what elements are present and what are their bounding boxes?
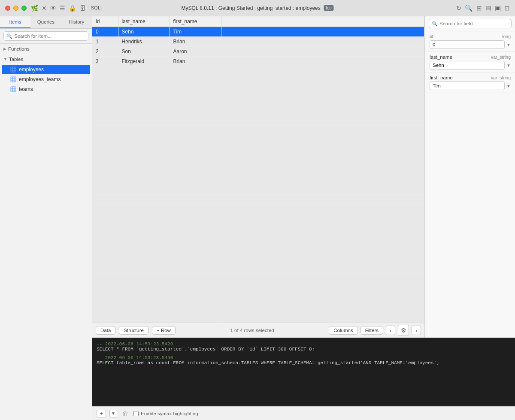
- col-header-id[interactable]: id: [92, 16, 118, 27]
- cell-empty: [221, 76, 424, 86]
- cell-empty: [118, 66, 170, 76]
- cell-id: 2: [92, 47, 118, 57]
- list-icon[interactable]: ☰: [60, 5, 65, 12]
- table-row-empty: [92, 254, 424, 264]
- tables-label: Tables: [9, 57, 23, 62]
- table-row-empty: [92, 224, 424, 234]
- tab-history[interactable]: History: [61, 16, 92, 28]
- table-row-empty: [92, 66, 424, 76]
- add-item-button[interactable]: +: [97, 410, 106, 417]
- table-scroll[interactable]: id last_name first_name 0SehnTim1Hendrik…: [92, 16, 424, 323]
- search-icon[interactable]: 🔍: [465, 4, 473, 12]
- eye-icon[interactable]: 👁: [50, 5, 56, 12]
- minimize-button[interactable]: [13, 6, 18, 11]
- table-row[interactable]: 3FitzgeraldBrian: [92, 57, 424, 66]
- field-value-input[interactable]: [430, 61, 505, 69]
- filters-button[interactable]: Filters: [360, 326, 383, 335]
- log-sql: SELECT * FROM `getting_started`.`employe…: [97, 347, 511, 352]
- tables-section-header[interactable]: ▼ Tables: [0, 54, 92, 64]
- cell-empty: [221, 303, 424, 313]
- delete-button[interactable]: 🗑: [121, 409, 130, 418]
- cell-empty: [92, 234, 118, 244]
- field-chevron-icon[interactable]: ▼: [506, 63, 511, 68]
- tab-queries[interactable]: Queries: [30, 16, 61, 28]
- cell-id: 1: [92, 37, 118, 47]
- structure-button[interactable]: Structure: [119, 326, 148, 335]
- loc-badge: loc: [324, 5, 334, 11]
- chevron-down-button[interactable]: ▼: [109, 410, 117, 417]
- field-search-input[interactable]: [429, 19, 512, 28]
- table-row-empty: [92, 215, 424, 224]
- layout-icon4[interactable]: ⊡: [504, 4, 510, 12]
- cell-id: 0: [92, 27, 118, 37]
- tab-items[interactable]: Items: [0, 16, 30, 28]
- table-row-empty: [92, 264, 424, 274]
- sidebar-item-employees[interactable]: employees: [2, 65, 90, 74]
- sidebar-item-teams[interactable]: teams: [2, 85, 90, 94]
- gear-button[interactable]: ⚙: [398, 325, 409, 336]
- cell-empty: [92, 185, 118, 195]
- cell-empty: [92, 313, 118, 323]
- svg-rect-0: [11, 67, 16, 72]
- sidebar-search-input[interactable]: [3, 31, 88, 41]
- search-icon: 🔍: [6, 33, 12, 39]
- functions-section-header[interactable]: ▶ Functions: [0, 44, 92, 54]
- col-header-first-name[interactable]: first_name: [170, 16, 221, 27]
- cell-empty: [170, 155, 221, 165]
- syntax-checkbox[interactable]: [133, 411, 139, 416]
- cell-empty: [118, 106, 170, 116]
- cell-extra: [221, 47, 424, 57]
- cell-empty: [92, 165, 118, 175]
- field-chevron-icon[interactable]: ▼: [506, 84, 511, 88]
- cell-empty: [92, 175, 118, 185]
- maximize-button[interactable]: [21, 6, 27, 11]
- cell-empty: [221, 86, 424, 96]
- cell-empty: [170, 313, 221, 323]
- refresh-icon[interactable]: ↻: [456, 5, 461, 12]
- cell-empty: [221, 175, 424, 185]
- cell-empty: [221, 274, 424, 284]
- table-row[interactable]: 0SehnTim: [92, 27, 424, 37]
- cell-first_name: Brian: [170, 57, 221, 66]
- cell-extra: [221, 57, 424, 66]
- layout-icon3[interactable]: ▣: [495, 4, 501, 12]
- fields-container: id long ▼ last_name var_string ▼ first_n…: [425, 31, 515, 93]
- titlebar-center: MySQL 8.0.11 : Getting Started : getting…: [181, 5, 333, 11]
- col-header-extra: [221, 16, 424, 27]
- cell-empty: [170, 175, 221, 185]
- cell-empty: [221, 234, 424, 244]
- columns-button[interactable]: Columns: [329, 326, 357, 335]
- data-button[interactable]: Data: [96, 326, 115, 335]
- cell-empty: [118, 313, 170, 323]
- field-chevron-icon[interactable]: ▼: [506, 42, 511, 47]
- table-row-empty: [92, 116, 424, 126]
- main-content: id last_name first_name 0SehnTim1Hendrik…: [92, 16, 515, 420]
- cell-empty: [221, 254, 424, 264]
- x-icon[interactable]: ✕: [42, 5, 47, 12]
- col-header-last-name[interactable]: last_name: [118, 16, 170, 27]
- close-button[interactable]: [5, 6, 10, 11]
- prev-button[interactable]: ‹: [386, 326, 395, 335]
- cell-empty: [92, 195, 118, 205]
- cell-last_name: Hendriks: [118, 37, 170, 47]
- field-value-input[interactable]: [430, 40, 505, 49]
- cell-empty: [170, 86, 221, 96]
- cell-empty: [221, 205, 424, 215]
- table-row[interactable]: 1HendriksBrian: [92, 37, 424, 47]
- layout-icon2[interactable]: ▤: [485, 4, 491, 12]
- field-value-input[interactable]: [430, 82, 505, 90]
- table-row[interactable]: 2SonAaron: [92, 47, 424, 57]
- add-row-button[interactable]: + Row: [152, 326, 176, 335]
- next-button[interactable]: ›: [412, 326, 421, 335]
- cell-empty: [170, 96, 221, 106]
- table-row-empty: [92, 313, 424, 323]
- log-area[interactable]: -- 2022-06-06 14:53:23.5420SELECT * FROM…: [92, 338, 515, 406]
- sidebar-item-employees-teams[interactable]: employees_teams: [2, 75, 90, 84]
- cell-empty: [170, 195, 221, 205]
- layout-icon1[interactable]: ⊞: [476, 4, 482, 12]
- table-icon-employees-teams: [10, 76, 16, 82]
- titlebar-right: ↻ 🔍 ⊞ ▤ ▣ ⊡: [456, 4, 510, 12]
- sidebar-tabs: Items Queries History: [0, 16, 92, 29]
- field-entry-last_name: last_name var_string ▼: [425, 52, 515, 73]
- cell-empty: [92, 274, 118, 284]
